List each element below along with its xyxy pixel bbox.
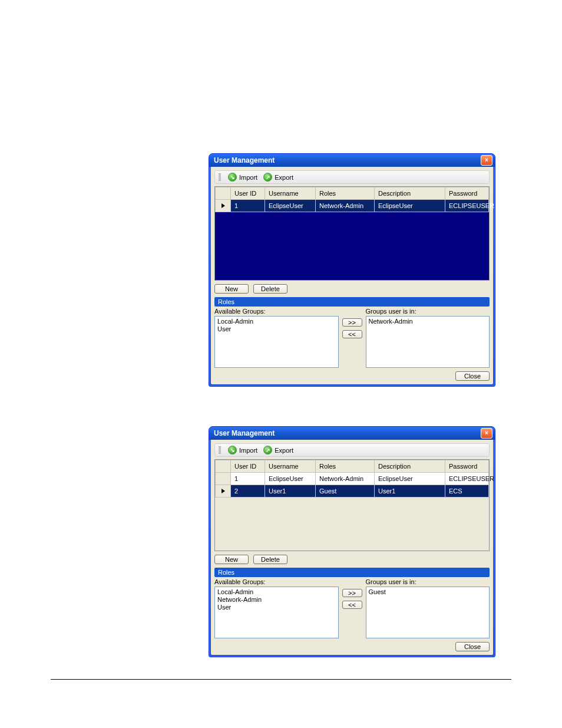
user-groups-list[interactable]: Network-Admin: [366, 316, 490, 368]
cell-username[interactable]: EclipseUser: [265, 473, 316, 485]
list-item[interactable]: User: [217, 604, 336, 611]
move-left-button[interactable]: <<: [342, 330, 362, 338]
available-groups-col: Available Groups: Local-Admin Network-Ad…: [214, 578, 339, 638]
move-right-button[interactable]: >>: [342, 589, 362, 597]
table-row[interactable]: 1 EclipseUser Network-Admin EclipseUser …: [216, 200, 489, 212]
row-pointer-cell: [216, 200, 231, 212]
user-groups-label: Groups user is in:: [366, 578, 490, 587]
row-pointer-icon: [222, 203, 225, 208]
col-description[interactable]: Description: [375, 187, 445, 200]
available-groups-label: Available Groups:: [214, 308, 339, 316]
cell-user-id[interactable]: 2: [231, 485, 265, 498]
col-user-id[interactable]: User ID: [231, 187, 265, 200]
row-header-blank: [216, 187, 231, 200]
user-groups-col: Groups user is in: Network-Admin: [366, 308, 490, 368]
list-item[interactable]: Guest: [369, 588, 487, 596]
close-button[interactable]: Close: [455, 642, 490, 651]
list-item[interactable]: Network-Admin: [217, 596, 336, 604]
move-right-button[interactable]: >>: [342, 318, 362, 327]
export-label: Export: [275, 174, 293, 181]
cell-password[interactable]: ECLIPSEUSER: [445, 200, 489, 212]
col-password[interactable]: Password: [445, 460, 489, 473]
available-groups-label: Available Groups:: [214, 578, 339, 587]
footer-rule: [51, 679, 511, 680]
list-item[interactable]: Local-Admin: [217, 318, 336, 325]
user-management-window-2: User Management × ↘ Import ↗ Export: [209, 426, 495, 657]
delete-button[interactable]: Delete: [253, 555, 287, 564]
grid-buttons: New Delete: [214, 284, 490, 294]
row-pointer-cell: [216, 485, 231, 498]
cell-roles[interactable]: Network-Admin: [316, 473, 375, 485]
window-title: User Management: [211, 429, 481, 437]
cell-password[interactable]: ECLIPSEUSER: [445, 473, 489, 485]
grid-empty-area: [215, 498, 489, 551]
available-groups-list[interactable]: Local-Admin User: [214, 316, 339, 368]
cell-description[interactable]: User1: [375, 485, 445, 498]
export-icon: ↗: [263, 173, 272, 182]
close-button[interactable]: Close: [455, 371, 490, 381]
import-button[interactable]: ↘ Import: [228, 446, 257, 454]
col-username[interactable]: Username: [265, 460, 316, 473]
cell-description[interactable]: EclipseUser: [375, 473, 445, 485]
roles-area: Available Groups: Local-Admin Network-Ad…: [214, 578, 490, 638]
available-groups-col: Available Groups: Local-Admin User: [214, 308, 339, 368]
table-row[interactable]: 1 EclipseUser Network-Admin EclipseUser …: [216, 473, 489, 485]
cell-username[interactable]: User1: [265, 485, 316, 498]
export-button[interactable]: ↗ Export: [263, 446, 293, 454]
titlebar[interactable]: User Management ×: [209, 427, 495, 440]
user-management-window-1: User Management × ↘ Import ↗ Export: [209, 153, 495, 387]
cell-password[interactable]: ECS: [445, 485, 489, 498]
move-buttons: >> <<: [342, 308, 362, 338]
list-item[interactable]: User: [217, 325, 336, 333]
row-header-blank: [216, 460, 231, 473]
move-buttons: >> <<: [342, 578, 362, 609]
toolbar-grip: [219, 446, 221, 454]
toolbar-grip: [219, 173, 221, 182]
toolbar: ↘ Import ↗ Export: [214, 443, 490, 457]
user-grid[interactable]: User ID Username Roles Description Passw…: [214, 186, 490, 281]
table-row[interactable]: 2 User1 Guest User1 ECS: [216, 485, 489, 498]
roles-area: Available Groups: Local-Admin User >> <<…: [214, 308, 490, 368]
titlebar[interactable]: User Management ×: [209, 154, 495, 167]
window-title: User Management: [211, 156, 481, 164]
roles-section-header: Roles: [214, 297, 490, 307]
import-icon: ↘: [228, 446, 237, 454]
import-label: Import: [239, 174, 257, 181]
col-username[interactable]: Username: [265, 187, 316, 200]
bottom-buttons: Close: [214, 642, 490, 651]
new-button[interactable]: New: [214, 555, 249, 564]
new-button[interactable]: New: [214, 284, 249, 294]
import-icon: ↘: [228, 173, 237, 182]
export-button[interactable]: ↗ Export: [263, 173, 293, 182]
row-pointer-icon: [222, 489, 225, 493]
cell-roles[interactable]: Network-Admin: [316, 200, 375, 212]
list-item[interactable]: Network-Admin: [369, 318, 487, 325]
delete-button[interactable]: Delete: [253, 284, 287, 294]
user-groups-list[interactable]: Guest: [366, 587, 490, 638]
user-groups-col: Groups user is in: Guest: [366, 578, 490, 638]
close-icon[interactable]: ×: [481, 155, 492, 166]
import-button[interactable]: ↘ Import: [228, 173, 257, 182]
client-area: ↘ Import ↗ Export User ID Username Roles: [211, 440, 493, 655]
toolbar: ↘ Import ↗ Export: [214, 170, 490, 184]
col-user-id[interactable]: User ID: [231, 460, 265, 473]
available-groups-list[interactable]: Local-Admin Network-Admin User: [214, 587, 339, 638]
cell-user-id[interactable]: 1: [231, 200, 265, 212]
col-description[interactable]: Description: [375, 460, 445, 473]
cell-username[interactable]: EclipseUser: [265, 200, 316, 212]
col-roles[interactable]: Roles: [316, 460, 375, 473]
col-password[interactable]: Password: [445, 187, 489, 200]
close-icon[interactable]: ×: [481, 428, 492, 439]
cell-roles[interactable]: Guest: [316, 485, 375, 498]
grid-empty-area: [215, 212, 489, 280]
export-label: Export: [275, 447, 293, 454]
client-area: ↘ Import ↗ Export User ID Username Roles: [211, 167, 493, 384]
roles-section-header: Roles: [214, 568, 490, 577]
cell-description[interactable]: EclipseUser: [375, 200, 445, 212]
list-item[interactable]: Local-Admin: [217, 588, 336, 596]
user-grid[interactable]: User ID Username Roles Description Passw…: [214, 459, 490, 551]
move-left-button[interactable]: <<: [342, 601, 362, 609]
col-roles[interactable]: Roles: [316, 187, 375, 200]
cell-user-id[interactable]: 1: [231, 473, 265, 485]
import-label: Import: [239, 447, 257, 454]
